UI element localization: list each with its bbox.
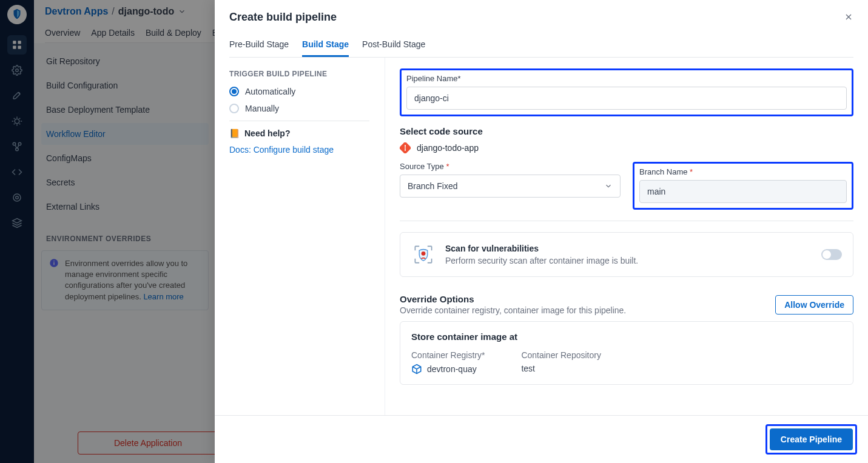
- source-type-label: Source Type *: [400, 162, 621, 171]
- scan-toggle[interactable]: [821, 249, 842, 260]
- radio-label-auto: Automatically: [245, 87, 295, 96]
- svg-marker-11: [13, 219, 22, 224]
- code-icon[interactable]: [7, 162, 27, 182]
- sidebar-item-workflow-editor[interactable]: Workflow Editor: [41, 123, 209, 145]
- apps-icon[interactable]: [7, 35, 27, 55]
- svg-point-9: [13, 194, 21, 201]
- settings-icon[interactable]: [7, 188, 27, 207]
- pipeline-name-label: Pipeline Name*: [406, 74, 847, 83]
- cube-icon: [411, 364, 422, 375]
- svg-point-8: [16, 148, 19, 151]
- sidebar-item-git[interactable]: Git Repository: [41, 50, 209, 72]
- tab-build[interactable]: Build Stage: [302, 35, 349, 57]
- sidebar-section-title: ENVIRONMENT OVERRIDES: [41, 230, 209, 248]
- callout-learn-more-link[interactable]: Learn more: [143, 292, 183, 301]
- chevron-down-icon[interactable]: [178, 7, 186, 16]
- need-help: 📙 Need help?: [229, 128, 369, 138]
- git-icon: [400, 142, 411, 153]
- svg-point-10: [16, 196, 19, 199]
- svg-rect-2: [13, 46, 16, 49]
- tab-overview[interactable]: Overview: [45, 23, 80, 42]
- svg-rect-0: [13, 41, 16, 44]
- modal-footer: Create Pipeline: [215, 415, 868, 463]
- repo-name: django-todo-app: [417, 143, 479, 153]
- allow-override-button[interactable]: Allow Override: [775, 295, 853, 315]
- stage-tabs: Pre-Build Stage Build Stage Post-Build S…: [229, 35, 853, 58]
- sidebar-item-base-template[interactable]: Base Deployment Template: [41, 99, 209, 121]
- docs-link[interactable]: Docs: Configure build stage: [229, 145, 334, 155]
- modal-left-panel: TRIGGER BUILD PIPELINE Automatically Man…: [215, 58, 385, 415]
- trigger-manually-radio[interactable]: Manually: [229, 104, 369, 113]
- trigger-label: TRIGGER BUILD PIPELINE: [229, 70, 369, 78]
- cluster-icon[interactable]: [7, 137, 27, 156]
- config-sidebar: Git Repository Build Configuration Base …: [34, 43, 216, 463]
- svg-point-5: [15, 119, 19, 124]
- sidebar-item-build-config[interactable]: Build Configuration: [41, 75, 209, 96]
- source-type-select[interactable]: Branch Fixed: [400, 175, 621, 198]
- pipeline-name-input[interactable]: [406, 87, 847, 110]
- container-repo-label: Container Repository: [521, 350, 601, 360]
- scan-vulnerabilities-card: Scan for vulnerabilities Perform securit…: [400, 232, 853, 277]
- container-registry-value: devtron-quay: [427, 364, 477, 374]
- nav-rail: [0, 0, 34, 463]
- devtron-logo: [7, 5, 27, 24]
- scan-title: Scan for vulnerabilities: [445, 244, 812, 253]
- help-label: Need help?: [244, 128, 290, 138]
- scan-desc: Perform security scan after container im…: [445, 256, 812, 265]
- env-override-callout: Environment overrides allow you to manag…: [41, 250, 209, 310]
- modal-right-panel: Pipeline Name* Select code source django…: [385, 58, 868, 415]
- source-type-value: Branch Fixed: [408, 181, 457, 191]
- svg-rect-20: [405, 146, 405, 150]
- branch-name-highlight: Branch Name *: [633, 162, 853, 210]
- trigger-automatically-radio[interactable]: Automatically: [229, 87, 369, 96]
- svg-rect-13: [53, 262, 54, 265]
- breadcrumb-app[interactable]: django-todo: [118, 6, 174, 17]
- radio-label-manual: Manually: [245, 104, 279, 113]
- sidebar-item-configmaps[interactable]: ConfigMaps: [41, 147, 209, 169]
- override-title: Override Options: [400, 294, 626, 304]
- create-pipeline-highlight: Create Pipeline: [765, 424, 857, 455]
- tab-app-details[interactable]: App Details: [91, 23, 135, 42]
- svg-rect-14: [53, 261, 54, 261]
- select-code-source-heading: Select code source: [400, 126, 853, 136]
- modal-title: Create build pipeline: [229, 11, 853, 24]
- create-build-pipeline-modal: Create build pipeline Pre-Build Stage Bu…: [215, 0, 868, 463]
- store-title: Store container image at: [411, 331, 842, 342]
- svg-point-21: [422, 251, 426, 256]
- branch-name-label: Branch Name *: [639, 167, 847, 176]
- sidebar-item-external-links[interactable]: External Links: [41, 196, 209, 218]
- close-icon[interactable]: [840, 8, 857, 25]
- sidebar-item-secrets[interactable]: Secrets: [41, 172, 209, 193]
- info-icon: [49, 258, 59, 268]
- svg-point-4: [16, 69, 19, 72]
- tab-post-build[interactable]: Post-Build Stage: [362, 35, 425, 57]
- repo-row: django-todo-app: [400, 142, 853, 153]
- svg-rect-3: [18, 46, 21, 49]
- book-icon: 📙: [229, 128, 240, 138]
- container-registry-label: Container Registry*: [411, 350, 485, 360]
- gear-icon[interactable]: [7, 61, 27, 80]
- pipeline-name-highlight: Pipeline Name*: [400, 68, 853, 116]
- rocket-icon[interactable]: [7, 86, 27, 105]
- stack-icon[interactable]: [7, 213, 27, 233]
- delete-application-button[interactable]: Delete Application: [78, 431, 218, 455]
- override-desc: Override container registry, container i…: [400, 305, 626, 315]
- chevron-down-icon: [604, 182, 613, 190]
- bug-icon[interactable]: [7, 112, 27, 131]
- svg-rect-1: [18, 41, 21, 44]
- store-image-card: Store container image at Container Regis…: [400, 321, 853, 385]
- tab-pre-build[interactable]: Pre-Build Stage: [229, 35, 289, 57]
- tab-build-deploy[interactable]: Build & Deploy: [146, 23, 201, 42]
- scan-icon: [411, 242, 436, 267]
- branch-name-input[interactable]: [639, 180, 847, 203]
- create-pipeline-button[interactable]: Create Pipeline: [770, 428, 853, 450]
- breadcrumb-root[interactable]: Devtron Apps: [45, 6, 108, 17]
- container-repo-value: test: [521, 364, 535, 373]
